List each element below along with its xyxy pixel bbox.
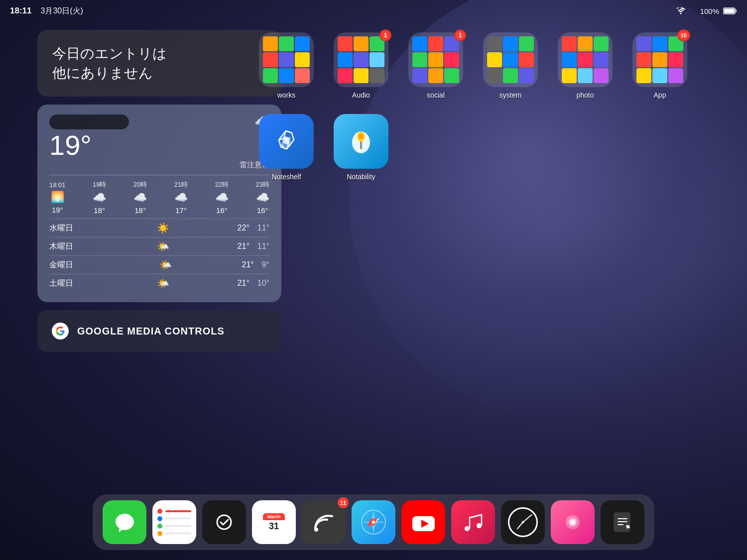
weather-widget[interactable]: ☁️ 19° 雷注意報 18:01 🌅 19° 19時 ☁️ 18° 20時 ☁…: [37, 105, 281, 302]
journal-text: 今日のエントリは他にありません: [52, 44, 266, 83]
dock-reeder[interactable]: 11: [302, 500, 346, 544]
weather-hour-0: 18:01 🌅 19°: [49, 181, 66, 214]
dock-clock[interactable]: [501, 500, 545, 544]
weather-hourly: 18:01 🌅 19° 19時 ☁️ 18° 20時 ☁️ 18° 21時 ☁️…: [49, 180, 269, 215]
forecast-fri: 金曜日 🌤️ 21° 9°: [49, 255, 269, 274]
folder-social-label: social: [427, 91, 445, 99]
weather-temperature: 19°: [49, 131, 269, 159]
dock-line[interactable]: [103, 500, 146, 544]
status-date: 3月30日(火): [40, 6, 83, 16]
weather-hour-2: 20時 ☁️ 18°: [133, 180, 147, 215]
folder-works-label: works: [277, 91, 296, 99]
status-icons: 100%: [676, 7, 737, 15]
forecast-thu: 木曜日 🌤️ 21° 11°: [49, 237, 269, 255]
svg-point-7: [359, 133, 364, 139]
folder-app-badge: 15: [677, 29, 690, 41]
media-widget[interactable]: GOOGLE MEDIA CONTROLS: [37, 310, 281, 352]
dock-things[interactable]: [202, 500, 246, 544]
status-bar: 18:11 3月30日(火) 100%: [0, 0, 747, 22]
weather-top: ☁️: [49, 114, 269, 129]
dock-goodnotes[interactable]: [601, 500, 644, 544]
folder-audio-label: Audio: [352, 91, 370, 99]
dock: 31 March 11: [93, 494, 654, 550]
folder-system-label: system: [499, 91, 521, 99]
weather-divider: [49, 175, 269, 175]
svg-rect-2: [724, 9, 735, 13]
folder-photo[interactable]: photo: [558, 32, 613, 99]
google-logo-icon: [51, 322, 69, 340]
app-notability-label: Notability: [347, 173, 375, 181]
folder-system[interactable]: 1 system: [483, 32, 538, 99]
folder-app-label: App: [654, 91, 666, 99]
app-noteshelf-label: Noteshelf: [271, 173, 301, 181]
dock-safari[interactable]: [352, 500, 395, 544]
dock-reeder-badge: 11: [338, 497, 349, 508]
weather-location-masked: [49, 114, 129, 129]
svg-point-14: [314, 528, 318, 532]
forecast-wed: 水曜日 ☀️ 22° 11°: [49, 219, 269, 237]
weather-hour-1: 19時 ☁️ 18°: [93, 180, 106, 215]
folder-social-badge: 1: [454, 29, 466, 41]
media-controls-title: GOOGLE MEDIA CONTROLS: [77, 326, 225, 337]
app-grid: works 1 Audio: [259, 32, 687, 181]
svg-text:31: 31: [269, 521, 279, 531]
folder-app[interactable]: 15 App: [632, 32, 687, 99]
weather-hour-4: 22時 ☁️ 16°: [215, 180, 229, 215]
svg-text:March: March: [267, 514, 281, 519]
status-time: 18:11: [10, 6, 31, 16]
weather-alert: 雷注意報: [49, 160, 269, 170]
journal-widget[interactable]: 今日のエントリは他にありません: [37, 30, 281, 97]
dock-calendar[interactable]: 31 March: [252, 500, 296, 544]
app-notability[interactable]: Notability: [334, 114, 388, 181]
folder-works[interactable]: works: [259, 32, 314, 99]
svg-point-8: [217, 515, 231, 529]
forecast-sat: 土曜日 🌤️ 21° 10°: [49, 274, 269, 292]
weather-hour-3: 21時 ☁️ 17°: [174, 180, 188, 215]
folder-photo-label: photo: [576, 91, 594, 99]
app-noteshelf[interactable]: Noteshelf: [259, 114, 314, 181]
svg-point-21: [372, 521, 375, 524]
widgets-column: 今日のエントリは他にありません ☁️ 19° 雷注意報 18:01 🌅 19° …: [37, 30, 281, 352]
dock-reminders[interactable]: [152, 500, 196, 544]
moon-icon: [689, 7, 696, 14]
battery-text: 100%: [700, 7, 719, 15]
dock-music[interactable]: [451, 500, 495, 544]
weather-hour-5: 23時 ☁️ 16°: [256, 180, 269, 215]
folder-social[interactable]: 1 social: [408, 32, 463, 99]
svg-line-24: [470, 515, 482, 518]
battery-icon: [723, 7, 737, 14]
svg-rect-6: [360, 141, 362, 149]
svg-point-27: [571, 520, 575, 524]
weather-forecast: 水曜日 ☀️ 22° 11° 木曜日 🌤️ 21° 11° 金曜日 🌤️: [49, 219, 269, 292]
dock-youtube[interactable]: [401, 500, 445, 544]
dock-hum[interactable]: [551, 500, 595, 544]
folder-audio[interactable]: 1 Audio: [334, 32, 388, 99]
wifi-icon: [676, 7, 685, 14]
folder-audio-badge: 1: [379, 29, 391, 41]
svg-rect-1: [736, 9, 737, 12]
